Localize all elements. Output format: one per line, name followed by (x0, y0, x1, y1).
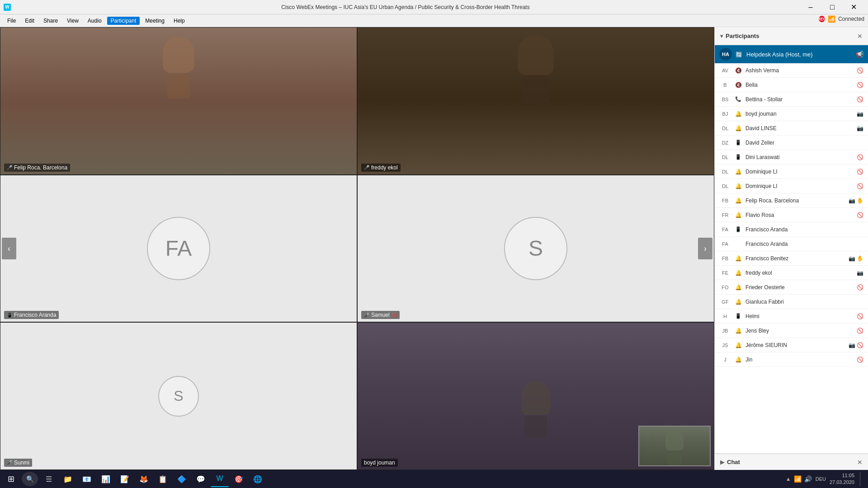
mute-icon-helmi[interactable]: 🚫 (857, 313, 863, 319)
app-logo: W (4, 4, 11, 11)
camera-icon-freddy[interactable]: 📷 (857, 270, 863, 276)
participant-row-flavio[interactable]: FR 🔔 Flavio Rosa 🚫 (715, 208, 868, 222)
boyd-label: boyd jouman (361, 459, 398, 467)
system-clock[interactable]: 11:05 27.03.2020 (830, 472, 854, 486)
participants-title: ▾ Participants (720, 33, 759, 39)
participant-row-jerome[interactable]: JS 🔔 Jérôme SIEURIN 📷 🚫 (715, 338, 868, 352)
participant-row-bettina[interactable]: BS 📞 Bettina - Stollar 🚫 (715, 92, 868, 107)
camera-icon-felip[interactable]: 📷 (849, 197, 855, 204)
menu-help[interactable]: Help (170, 17, 189, 25)
camera-icon-boyd[interactable]: 📷 (857, 111, 863, 117)
raise-icon-felip[interactable]: ✋ (857, 197, 863, 204)
participant-row-francisco2[interactable]: FA Francisco Aranda (715, 237, 868, 251)
main-area: 🎤 Felip Roca. Barcelona 🎤 freddy ekol FA… (0, 27, 868, 470)
start-button[interactable]: ⊞ (2, 471, 20, 487)
participant-row-francisco1[interactable]: FA 📱 Francisco Aranda (715, 222, 868, 237)
notepad-button[interactable]: 📋 (154, 471, 172, 487)
host-participant-row: HA 🔄 Helpdesk Asia (Host, me) 📢 (715, 45, 868, 63)
participant-row-boyd[interactable]: BJ 🔔 boyd jouman 📷 (715, 107, 868, 121)
volume-icon[interactable]: 🔊 (804, 475, 812, 483)
camera-icon-jerome[interactable]: 📷 (849, 342, 855, 348)
file-explorer-button[interactable]: 📁 (59, 471, 77, 487)
mute-icon-jens[interactable]: 🚫 (857, 328, 863, 334)
participant-row-helmi[interactable]: H 📱 Helmi 🚫 (715, 309, 868, 324)
skype-button[interactable]: 💬 (192, 471, 210, 487)
participant-row-felip[interactable]: FB 🔔 Felip Roca. Barcelona 📷 ✋ (715, 193, 868, 208)
network-icon[interactable]: 📶 (794, 475, 802, 483)
keyboard-layout[interactable]: DEU (816, 476, 826, 482)
self-video-feed (639, 427, 710, 465)
mic-icon-francisco: 📱 (7, 313, 12, 318)
chat-toggle-button[interactable]: ▶ Chat ✕ (715, 454, 868, 470)
mute-icon[interactable]: 🚫 (857, 67, 863, 74)
mute-icon-jin[interactable]: 🚫 (857, 357, 863, 363)
mute-icon-frieder[interactable]: 🚫 (857, 284, 863, 291)
host-avatar: HA (719, 48, 732, 61)
participant-row-gianluca[interactable]: GF 🔔 Gianluca Fabbri (715, 295, 868, 309)
task-view-button[interactable]: ☰ (40, 471, 58, 487)
up-arrow-icon[interactable]: ▲ (786, 476, 791, 482)
menu-audio[interactable]: Audio (84, 17, 105, 25)
raise-icon-fb[interactable]: ✋ (857, 255, 863, 262)
powerpoint-button[interactable]: 🎯 (230, 471, 248, 487)
menu-view[interactable]: View (63, 17, 82, 25)
mute-icon-flavio[interactable]: 🚫 (857, 212, 863, 218)
search-button[interactable]: 🔍 (22, 472, 38, 486)
participant-row-dominique2[interactable]: DL 🔔 Dominique LI 🚫 (715, 179, 868, 193)
close-chat-button[interactable]: ✕ (857, 459, 863, 466)
mute-icon-dini[interactable]: 🚫 (857, 154, 863, 160)
menu-meeting[interactable]: Meeting (142, 17, 168, 25)
freddy-video-feed (358, 28, 714, 174)
chat-chevron: ▶ (720, 459, 724, 465)
participant-row-freddy[interactable]: FE 🔔 freddy ekol 📷 (715, 266, 868, 280)
participant-row-ashish[interactable]: AV 🔇 Ashish Verma 🚫 (715, 63, 868, 78)
next-page-button[interactable]: › (698, 238, 712, 259)
menu-participant[interactable]: Participant (107, 17, 140, 25)
camera-icon-david[interactable]: 📷 (857, 125, 863, 131)
mute-icon-bettina[interactable]: 🚫 (857, 96, 863, 103)
close-button[interactable]: ✕ (844, 0, 864, 14)
participant-row-frieder[interactable]: FO 🔔 Frieder Oesterle 🚫 (715, 280, 868, 295)
participant-row-jens[interactable]: JB 🔔 Jens Bley 🚫 (715, 324, 868, 338)
participant-row-bella[interactable]: B 🔇 Bella 🚫 (715, 78, 868, 92)
recording-indicator: REC (819, 16, 825, 22)
firefox-button[interactable]: 🦊 (135, 471, 153, 487)
mute-icon-dom1[interactable]: 🚫 (857, 169, 863, 175)
system-tray-icons: ▲ 📶 🔊 (786, 475, 812, 483)
participant-row-jin[interactable]: J 🔔 Jin 🚫 (715, 352, 868, 367)
sunmi-label: 🎤 Sunmi (4, 459, 32, 467)
mute-indicator: 🚫 (392, 313, 397, 318)
show-desktop-button[interactable] (860, 472, 863, 486)
camera-icon-fb[interactable]: 📷 (849, 255, 855, 262)
mute-icon-dom2[interactable]: 🚫 (857, 183, 863, 189)
menu-file[interactable]: File (4, 17, 19, 25)
close-participants-button[interactable]: ✕ (857, 33, 863, 40)
outlook-button[interactable]: 📧 (78, 471, 96, 487)
samuel-label: 🎤 Samuel 🚫 (361, 311, 400, 319)
mic-icon-sunmi: 🎤 (7, 460, 12, 465)
participant-row-dominique1[interactable]: DL 🔔 Dominique LI 🚫 (715, 164, 868, 179)
menu-share[interactable]: Share (40, 17, 61, 25)
host-broadcast-icon[interactable]: 📢 (856, 51, 863, 58)
collapse-chevron[interactable]: ▾ (720, 33, 723, 39)
mute-icon-jerome[interactable]: 🚫 (857, 342, 863, 348)
video-cell-francisco: FA 📱 Francisco Aranda (0, 175, 357, 323)
francisco-label: 📱 Francisco Aranda (4, 311, 59, 319)
video-grid: 🎤 Felip Roca. Barcelona 🎤 freddy ekol FA… (0, 27, 714, 470)
prev-page-button[interactable]: ‹ (2, 238, 16, 259)
browser-button[interactable]: 🌐 (249, 471, 267, 487)
maximize-button[interactable]: □ (822, 0, 843, 14)
participant-row-david-zeller[interactable]: DZ 📱 David Zeller (715, 136, 868, 150)
participant-row-dini[interactable]: DL 📱 Dini Laraswati 🚫 (715, 150, 868, 164)
excel-button[interactable]: 📊 (97, 471, 115, 487)
p-initials: AV (719, 68, 731, 73)
word-button[interactable]: 📝 (116, 471, 134, 487)
participant-row-david-linse[interactable]: DL 🔔 David LINSE 📷 (715, 121, 868, 136)
minimize-button[interactable]: – (800, 0, 821, 14)
app1-button[interactable]: 🔷 (173, 471, 191, 487)
mic-icon: 🎤 (7, 165, 12, 170)
webex-taskbar-button[interactable]: W (211, 471, 229, 487)
menu-edit[interactable]: Edit (21, 17, 38, 25)
participant-row-francisco-benitez[interactable]: FB 🔔 Francisco Benitez 📷 ✋ (715, 251, 868, 266)
mute-icon-bella[interactable]: 🚫 (857, 82, 863, 88)
